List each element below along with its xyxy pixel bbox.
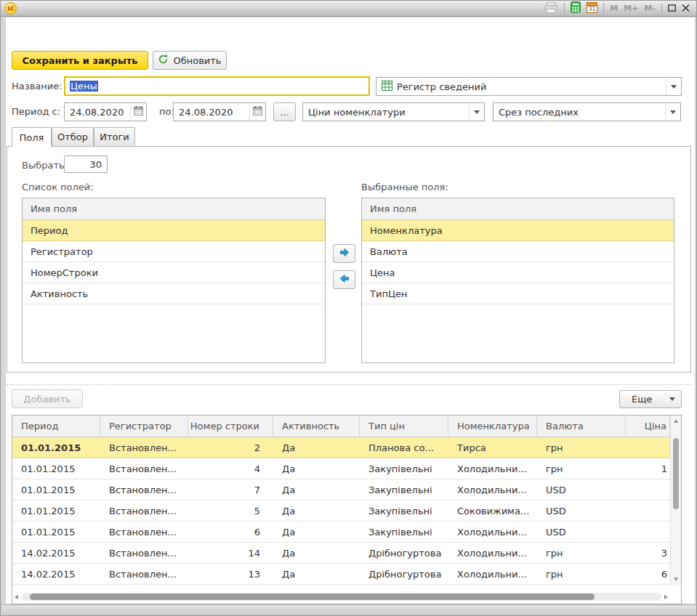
cell-price[interactable]	[626, 522, 670, 542]
cell-period[interactable]: 01.01.2015	[12, 437, 100, 458]
list-item[interactable]: Период	[23, 220, 325, 241]
calendar-button[interactable]: 31	[584, 1, 600, 16]
cell-currency[interactable]: грн	[537, 437, 626, 458]
close-button[interactable]	[679, 1, 693, 16]
cell-price[interactable]	[626, 437, 670, 458]
column-header[interactable]: Период	[12, 416, 100, 437]
dropdown-button[interactable]	[666, 78, 681, 95]
cell-registrar[interactable]: Встановлен...	[100, 543, 188, 563]
cell-line-number[interactable]: 4	[188, 458, 273, 479]
memory-add-button[interactable]: M+	[621, 1, 641, 16]
cell-registrar[interactable]: Встановлен...	[100, 479, 188, 500]
cell-period[interactable]: 01.01.2015	[12, 458, 100, 479]
scroll-right-icon[interactable]	[664, 595, 668, 599]
cell-line-number[interactable]: 5	[188, 500, 273, 521]
cell-item[interactable]: Холодильни...	[448, 543, 537, 563]
scroll-left-icon[interactable]	[15, 595, 18, 599]
register-combo[interactable]: Ціни номенклатури	[302, 102, 485, 121]
cell-item[interactable]: Соковижима...	[448, 500, 537, 521]
move-left-button[interactable]	[333, 270, 355, 289]
cell-period[interactable]: 01.01.2015	[12, 522, 100, 542]
cell-currency[interactable]: грн	[537, 543, 626, 563]
list-item[interactable]: Активность	[23, 283, 325, 304]
register-type-combo[interactable]: Регистр сведений	[376, 77, 682, 96]
cell-price[interactable]: 6	[626, 564, 670, 584]
cell-line-number[interactable]: 13	[188, 564, 273, 584]
table-row[interactable]: 01.01.2015 Встановлен... 7 Да Закупівель…	[12, 479, 670, 500]
cell-line-number[interactable]: 2	[188, 437, 273, 458]
column-header[interactable]: Номер строки	[188, 416, 273, 437]
tab-filter[interactable]: Отбор	[52, 127, 94, 146]
cell-price-type[interactable]: Закупівельні	[360, 458, 448, 479]
cell-registrar[interactable]: Встановлен...	[100, 437, 188, 458]
cell-price[interactable]: 3	[626, 543, 670, 563]
cell-item[interactable]: Холодильни...	[448, 458, 537, 479]
cell-currency[interactable]: USD	[537, 500, 626, 521]
list-item[interactable]: Валюта	[362, 241, 674, 262]
list-item[interactable]: Цена	[362, 262, 674, 283]
dropdown-button[interactable]	[665, 103, 680, 121]
calculator-button[interactable]	[568, 1, 584, 16]
cell-price-type[interactable]: Закупівельні	[360, 479, 448, 500]
cell-currency[interactable]: грн	[537, 458, 626, 479]
cell-price-type[interactable]: Закупівельні	[360, 522, 448, 542]
date-picker-button[interactable]	[249, 103, 265, 121]
scroll-up-icon[interactable]	[674, 419, 678, 423]
cell-price-type[interactable]: Планова со...	[360, 437, 448, 458]
cell-price[interactable]	[626, 479, 670, 500]
name-input[interactable]: Цены	[64, 76, 370, 96]
vertical-scroll-thumb[interactable]	[673, 438, 679, 509]
period-to-input[interactable]: 24.08.2020	[173, 102, 266, 121]
date-picker-button[interactable]	[130, 103, 146, 121]
cell-line-number[interactable]: 14	[188, 543, 273, 563]
cell-price-type[interactable]: Дрібногуртова	[360, 564, 448, 584]
column-header[interactable]: Ціна	[626, 416, 670, 437]
table-row[interactable]: 01.01.2015 Встановлен... 4 Да Закупівель…	[12, 458, 670, 479]
cell-line-number[interactable]: 7	[188, 479, 273, 500]
list-item[interactable]: Номенклатура	[362, 220, 674, 241]
cell-active[interactable]: Да	[273, 522, 360, 542]
cell-active[interactable]: Да	[273, 437, 360, 458]
cell-price-type[interactable]: Закупівельні	[360, 500, 448, 521]
move-right-button[interactable]	[333, 244, 355, 263]
add-button[interactable]: Добавить	[12, 389, 83, 408]
dropdown-button[interactable]	[469, 103, 484, 121]
cell-period[interactable]: 01.01.2015	[12, 479, 100, 500]
table-row[interactable]: 01.01.2015 Встановлен... 2 Да Планова со…	[12, 437, 670, 458]
refresh-button[interactable]: Обновить	[153, 51, 227, 70]
cell-item[interactable]: Тирса	[448, 437, 537, 458]
column-header[interactable]: Регистратор	[100, 416, 188, 437]
cell-registrar[interactable]: Встановлен...	[100, 564, 188, 584]
cell-registrar[interactable]: Встановлен...	[100, 522, 188, 542]
horizontal-scrollbar[interactable]	[15, 592, 668, 601]
table-row[interactable]: 14.02.2015 Встановлен... 14 Да Дрібногур…	[12, 543, 670, 564]
table-row[interactable]: 14.02.2015 Встановлен... 13 Да Дрібногур…	[12, 564, 670, 585]
list-item[interactable]: Регистратор	[23, 241, 325, 262]
cell-active[interactable]: Да	[273, 543, 360, 563]
cell-currency[interactable]: грн	[537, 564, 626, 584]
cell-item[interactable]: Холодильни...	[448, 479, 537, 500]
cell-period[interactable]: 14.02.2015	[12, 543, 100, 563]
period-options-button[interactable]: ...	[273, 102, 296, 121]
cell-price[interactable]: 1	[626, 458, 670, 479]
memory-recall-button[interactable]: M	[607, 1, 621, 16]
period-from-input[interactable]: 24.08.2020	[64, 102, 147, 121]
list-column-header[interactable]: Имя поля	[23, 198, 325, 220]
cell-price-type[interactable]: Дрібногуртова	[360, 543, 448, 563]
slice-mode-combo[interactable]: Срез последних	[493, 102, 681, 121]
column-header[interactable]: Номенклатура	[448, 416, 537, 437]
column-header[interactable]: Активность	[273, 416, 360, 437]
cell-registrar[interactable]: Встановлен...	[100, 458, 188, 479]
cell-item[interactable]: Холодильни...	[448, 564, 537, 584]
vertical-scrollbar[interactable]	[670, 416, 681, 585]
tab-totals[interactable]: Итоги	[94, 127, 135, 146]
cell-currency[interactable]: USD	[537, 522, 626, 542]
column-header[interactable]: Тип цін	[360, 416, 448, 437]
cell-line-number[interactable]: 6	[188, 522, 273, 542]
list-column-header[interactable]: Имя поля	[362, 198, 674, 220]
save-and-close-button[interactable]: Сохранить и закрыть	[12, 51, 148, 70]
cell-active[interactable]: Да	[273, 479, 360, 500]
cell-price[interactable]	[626, 500, 670, 521]
cell-period[interactable]: 01.01.2015	[12, 500, 100, 521]
cell-active[interactable]: Да	[273, 564, 360, 584]
